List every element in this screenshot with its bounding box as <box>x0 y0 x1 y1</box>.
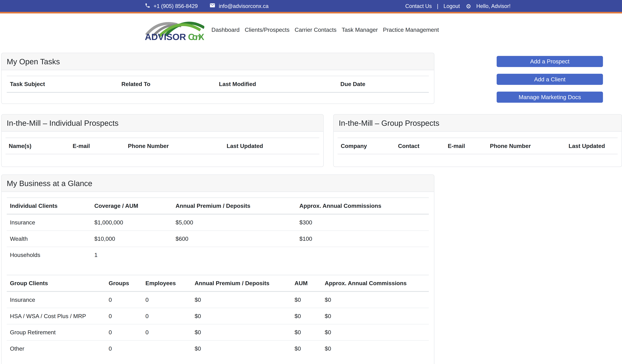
row-label: Other <box>7 341 105 357</box>
contact-us-link[interactable]: Contact Us <box>405 3 432 9</box>
row-label: Insurance <box>7 214 91 230</box>
group-prospects-table: Company Contact E-mail Phone Number Last… <box>338 138 618 154</box>
column-header: Approx. Annual Commissions <box>296 198 429 214</box>
cell-value: 1 <box>91 247 173 263</box>
nav-item-task-manager[interactable]: Task Manager <box>342 26 378 33</box>
header-row: Company Contact E-mail Phone Number Last… <box>338 138 618 154</box>
brand-name-primary: ADVISOR <box>145 32 186 42</box>
cell-value: 0 <box>105 324 142 341</box>
column-header: Last Modified <box>216 76 337 92</box>
group-prospects-card: In-the-Mill – Group Prospects Company Co… <box>333 114 622 167</box>
cell-value: 0 <box>105 341 142 357</box>
cell-value: $100 <box>296 230 429 247</box>
cell-value: $0 <box>291 308 321 324</box>
cell-value: 0 <box>105 308 142 324</box>
dashboard-content: My Open Tasks Task Subject Related To La… <box>0 46 622 364</box>
table-row: Households 1 <box>7 247 429 263</box>
column-header: Annual Premium / Deposits <box>173 198 296 214</box>
brand-name-secondary: ConX <box>188 32 204 42</box>
column-header: Individual Clients <box>7 198 91 214</box>
greeting-text: Hello, Advisor! <box>476 3 511 9</box>
table-row: Other 0 $0 $0 $0 <box>7 341 429 357</box>
cell-value: $1,000,000 <box>91 214 173 230</box>
quick-actions: Add a Prospect Add a Client Manage Marke… <box>497 56 603 109</box>
column-header: Due Date <box>337 76 429 92</box>
cell-value: $0 <box>322 324 429 341</box>
email-link[interactable]: info@advisorconx.ca <box>210 2 269 10</box>
individual-prospects-table: Name(s) E-mail Phone Number Last Updated <box>6 138 319 154</box>
column-header: Annual Premium / Deposits <box>191 275 291 291</box>
topbar-user-group: Contact Us | Logout ⚙ Hello, Advisor! <box>405 0 510 12</box>
column-header: Phone Number <box>487 138 565 154</box>
cell-value: $0 <box>322 308 429 324</box>
individual-clients-table: Individual Clients Coverage / AUM Annual… <box>7 197 429 263</box>
individual-prospects-title: In-the-Mill – Individual Prospects <box>2 115 323 132</box>
column-header: E-mail <box>445 138 487 154</box>
column-header: Employees <box>142 275 191 291</box>
nav-item-clients-prospects[interactable]: Clients/Prospects <box>245 26 290 33</box>
open-tasks-title: My Open Tasks <box>2 53 434 70</box>
cell-value: 0 <box>105 291 142 308</box>
empty-row <box>7 92 429 99</box>
cell-value: $0 <box>291 341 321 357</box>
column-header: Phone Number <box>125 138 223 154</box>
row-label: Wealth <box>7 230 91 247</box>
cell-value: $0 <box>191 341 291 357</box>
envelope-icon <box>210 2 215 10</box>
phone-number: +1 (905) 856-8429 <box>154 3 198 9</box>
cell-value: 0 <box>142 324 191 341</box>
cell-value <box>142 341 191 357</box>
open-tasks-card: My Open Tasks Task Subject Related To La… <box>1 53 434 104</box>
business-glance-card: My Business at a Glance Individual Clien… <box>1 174 434 364</box>
cell-value: $300 <box>296 214 429 230</box>
cell-value <box>296 247 429 263</box>
column-header: Related To <box>118 76 216 92</box>
add-prospect-button[interactable]: Add a Prospect <box>497 56 603 67</box>
topbar-divider: | <box>437 3 438 9</box>
table-row: Insurance $1,000,000 $5,000 $300 <box>7 214 429 230</box>
cell-value: $0 <box>322 341 429 357</box>
topbar-contact-group: +1 (905) 856-8429 info@advisorconx.ca <box>145 0 269 12</box>
cell-value <box>173 247 296 263</box>
cell-value: $0 <box>191 308 291 324</box>
group-prospects-title: In-the-Mill – Group Prospects <box>334 115 622 132</box>
cell-value: $0 <box>322 291 429 308</box>
cell-value: $0 <box>291 291 321 308</box>
add-client-button[interactable]: Add a Client <box>497 74 603 85</box>
nav-item-practice-management[interactable]: Practice Management <box>383 26 439 33</box>
nav-item-carrier-contacts[interactable]: Carrier Contacts <box>295 26 337 33</box>
row-label: Households <box>7 247 91 263</box>
row-label: HSA / WSA / Cost Plus / MRP <box>7 308 105 324</box>
cell-value: $600 <box>173 230 296 247</box>
logout-link[interactable]: Logout <box>443 3 460 9</box>
nav-item-dashboard[interactable]: Dashboard <box>211 26 239 33</box>
group-clients-table: Group Clients Groups Employees Annual Pr… <box>7 275 429 357</box>
cell-value: 0 <box>142 291 191 308</box>
table-row: Group Retirement 0 0 $0 $0 $0 <box>7 324 429 341</box>
column-header: Approx. Annual Commissions <box>322 275 429 291</box>
topbar: +1 (905) 856-8429 info@advisorconx.ca Co… <box>0 0 622 12</box>
page: +1 (905) 856-8429 info@advisorconx.ca Co… <box>0 0 622 364</box>
accent-bar <box>0 12 622 14</box>
row-label: Group Retirement <box>7 324 105 341</box>
logo[interactable]: ADVISOR ConX <box>145 16 204 44</box>
cell-value: $5,000 <box>173 214 296 230</box>
phone-icon <box>145 3 150 9</box>
individual-prospects-card: In-the-Mill – Individual Prospects Name(… <box>1 114 324 167</box>
open-tasks-table: Task Subject Related To Last Modified Du… <box>7 76 429 99</box>
header-row: Group Clients Groups Employees Annual Pr… <box>7 275 429 291</box>
gear-icon[interactable]: ⚙ <box>466 3 471 9</box>
header-row: Name(s) E-mail Phone Number Last Updated <box>6 138 319 154</box>
column-header: Last Updated <box>223 138 319 154</box>
business-glance-title: My Business at a Glance <box>2 175 434 192</box>
manage-marketing-docs-button[interactable]: Manage Marketing Docs <box>497 92 603 103</box>
column-header: Task Subject <box>7 76 118 92</box>
header-row: Individual Clients Coverage / AUM Annual… <box>7 198 429 214</box>
table-row: Wealth $10,000 $600 $100 <box>7 230 429 247</box>
phone-link[interactable]: +1 (905) 856-8429 <box>145 3 198 9</box>
table-row: HSA / WSA / Cost Plus / MRP 0 0 $0 $0 $0 <box>7 308 429 324</box>
table-row: Insurance 0 0 $0 $0 $0 <box>7 291 429 308</box>
column-header: Name(s) <box>6 138 69 154</box>
column-header: Contact <box>395 138 445 154</box>
column-header: E-mail <box>69 138 125 154</box>
